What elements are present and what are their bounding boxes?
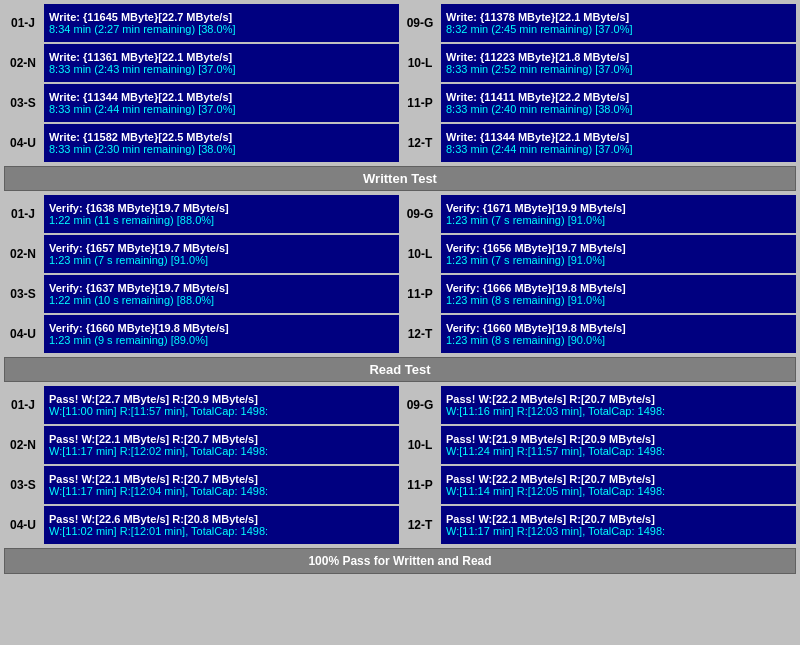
cell-line2: 8:32 min (2:45 min remaining) [37.0%] — [446, 23, 791, 35]
cell-line1: Verify: {1657 MByte}[19.7 MByte/s] — [49, 242, 394, 254]
cell-line2: 8:34 min (2:27 min remaining) [38.0%] — [49, 23, 394, 35]
cell-right: Write: {11411 MByte}[22.2 MByte/s]8:33 m… — [441, 84, 796, 122]
grid-row: 03-SVerify: {1637 MByte}[19.7 MByte/s]1:… — [4, 275, 796, 313]
cell-line1: Pass! W:[22.7 MByte/s] R:[20.9 MByte/s] — [49, 393, 394, 405]
cell-line1: Pass! W:[22.1 MByte/s] R:[20.7 MByte/s] — [446, 513, 791, 525]
cell-id-right: 12-T — [401, 124, 439, 162]
cell-line1: Verify: {1671 MByte}[19.9 MByte/s] — [446, 202, 791, 214]
main-container: 01-JWrite: {11645 MByte}[22.7 MByte/s]8:… — [0, 0, 800, 578]
left-pair: 01-JPass! W:[22.7 MByte/s] R:[20.9 MByte… — [4, 386, 399, 424]
grid-row: 01-JVerify: {1638 MByte}[19.7 MByte/s]1:… — [4, 195, 796, 233]
cell-id-left: 04-U — [4, 124, 42, 162]
right-pair: 11-PVerify: {1666 MByte}[19.8 MByte/s]1:… — [401, 275, 796, 313]
grid-row: 01-JPass! W:[22.7 MByte/s] R:[20.9 MByte… — [4, 386, 796, 424]
verify-rows: 01-JVerify: {1638 MByte}[19.7 MByte/s]1:… — [4, 195, 796, 353]
left-pair: 02-NWrite: {11361 MByte}[22.1 MByte/s]8:… — [4, 44, 399, 82]
cell-id-left: 03-S — [4, 275, 42, 313]
right-pair: 09-GVerify: {1671 MByte}[19.9 MByte/s]1:… — [401, 195, 796, 233]
right-pair: 10-LPass! W:[21.9 MByte/s] R:[20.9 MByte… — [401, 426, 796, 464]
left-pair: 04-UVerify: {1660 MByte}[19.8 MByte/s]1:… — [4, 315, 399, 353]
cell-line1: Verify: {1660 MByte}[19.8 MByte/s] — [49, 322, 394, 334]
cell-line2: 1:22 min (10 s remaining) [88.0%] — [49, 294, 394, 306]
cell-left: Pass! W:[22.7 MByte/s] R:[20.9 MByte/s]W… — [44, 386, 399, 424]
right-pair: 11-PWrite: {11411 MByte}[22.2 MByte/s]8:… — [401, 84, 796, 122]
left-pair: 04-UWrite: {11582 MByte}[22.5 MByte/s]8:… — [4, 124, 399, 162]
right-pair: 10-LWrite: {11223 MByte}[21.8 MByte/s]8:… — [401, 44, 796, 82]
write-test-section: 01-JWrite: {11645 MByte}[22.7 MByte/s]8:… — [4, 4, 796, 191]
grid-row: 02-NVerify: {1657 MByte}[19.7 MByte/s]1:… — [4, 235, 796, 273]
cell-left: Verify: {1660 MByte}[19.8 MByte/s]1:23 m… — [44, 315, 399, 353]
cell-left: Pass! W:[22.1 MByte/s] R:[20.7 MByte/s]W… — [44, 426, 399, 464]
cell-id-left: 02-N — [4, 235, 42, 273]
cell-left: Verify: {1637 MByte}[19.7 MByte/s]1:22 m… — [44, 275, 399, 313]
cell-right: Verify: {1666 MByte}[19.8 MByte/s]1:23 m… — [441, 275, 796, 313]
right-pair: 12-TWrite: {11344 MByte}[22.1 MByte/s]8:… — [401, 124, 796, 162]
cell-right: Write: {11344 MByte}[22.1 MByte/s]8:33 m… — [441, 124, 796, 162]
cell-left: Verify: {1638 MByte}[19.7 MByte/s]1:22 m… — [44, 195, 399, 233]
grid-row: 01-JWrite: {11645 MByte}[22.7 MByte/s]8:… — [4, 4, 796, 42]
cell-line2: W:[11:02 min] R:[12:01 min], TotalCap: 1… — [49, 525, 394, 537]
cell-line1: Write: {11645 MByte}[22.7 MByte/s] — [49, 11, 394, 23]
cell-line1: Pass! W:[22.1 MByte/s] R:[20.7 MByte/s] — [49, 473, 394, 485]
cell-id-left: 01-J — [4, 195, 42, 233]
left-pair: 03-SWrite: {11344 MByte}[22.1 MByte/s]8:… — [4, 84, 399, 122]
cell-id-right: 12-T — [401, 506, 439, 544]
cell-line2: W:[11:17 min] R:[12:03 min], TotalCap: 1… — [446, 525, 791, 537]
cell-line2: 1:23 min (8 s remaining) [90.0%] — [446, 334, 791, 346]
cell-left: Write: {11344 MByte}[22.1 MByte/s]8:33 m… — [44, 84, 399, 122]
right-pair: 12-TPass! W:[22.1 MByte/s] R:[20.7 MByte… — [401, 506, 796, 544]
cell-line1: Write: {11361 MByte}[22.1 MByte/s] — [49, 51, 394, 63]
cell-right: Pass! W:[22.2 MByte/s] R:[20.7 MByte/s]W… — [441, 466, 796, 504]
cell-line2: 8:33 min (2:52 min remaining) [37.0%] — [446, 63, 791, 75]
cell-left: Pass! W:[22.6 MByte/s] R:[20.8 MByte/s]W… — [44, 506, 399, 544]
cell-line1: Verify: {1656 MByte}[19.7 MByte/s] — [446, 242, 791, 254]
cell-line2: W:[11:17 min] R:[12:02 min], TotalCap: 1… — [49, 445, 394, 457]
cell-line2: 1:23 min (8 s remaining) [91.0%] — [446, 294, 791, 306]
cell-id-left: 03-S — [4, 466, 42, 504]
cell-left: Verify: {1657 MByte}[19.7 MByte/s]1:23 m… — [44, 235, 399, 273]
cell-line1: Write: {11223 MByte}[21.8 MByte/s] — [446, 51, 791, 63]
cell-line1: Verify: {1660 MByte}[19.8 MByte/s] — [446, 322, 791, 334]
cell-right: Pass! W:[22.1 MByte/s] R:[20.7 MByte/s]W… — [441, 506, 796, 544]
cell-id-left: 03-S — [4, 84, 42, 122]
cell-line1: Write: {11411 MByte}[22.2 MByte/s] — [446, 91, 791, 103]
cell-line2: W:[11:00 min] R:[11:57 min], TotalCap: 1… — [49, 405, 394, 417]
left-pair: 02-NPass! W:[22.1 MByte/s] R:[20.7 MByte… — [4, 426, 399, 464]
cell-line2: 1:23 min (9 s remaining) [89.0%] — [49, 334, 394, 346]
cell-id-right: 09-G — [401, 4, 439, 42]
cell-line2: 1:23 min (7 s remaining) [91.0%] — [446, 214, 791, 226]
cell-line1: Write: {11344 MByte}[22.1 MByte/s] — [49, 91, 394, 103]
grid-row: 02-NPass! W:[22.1 MByte/s] R:[20.7 MByte… — [4, 426, 796, 464]
cell-left: Pass! W:[22.1 MByte/s] R:[20.7 MByte/s]W… — [44, 466, 399, 504]
cell-line1: Pass! W:[22.1 MByte/s] R:[20.7 MByte/s] — [49, 433, 394, 445]
cell-line1: Pass! W:[22.6 MByte/s] R:[20.8 MByte/s] — [49, 513, 394, 525]
cell-id-right: 10-L — [401, 426, 439, 464]
grid-row: 04-UVerify: {1660 MByte}[19.8 MByte/s]1:… — [4, 315, 796, 353]
grid-row: 03-SWrite: {11344 MByte}[22.1 MByte/s]8:… — [4, 84, 796, 122]
verify-test-section: 01-JVerify: {1638 MByte}[19.7 MByte/s]1:… — [4, 195, 796, 382]
cell-line2: 8:33 min (2:40 min remaining) [38.0%] — [446, 103, 791, 115]
pass-test-section: 01-JPass! W:[22.7 MByte/s] R:[20.9 MByte… — [4, 386, 796, 544]
cell-id-right: 11-P — [401, 275, 439, 313]
cell-line2: W:[11:14 min] R:[12:05 min], TotalCap: 1… — [446, 485, 791, 497]
cell-line1: Pass! W:[22.2 MByte/s] R:[20.7 MByte/s] — [446, 393, 791, 405]
cell-line2: W:[11:17 min] R:[12:04 min], TotalCap: 1… — [49, 485, 394, 497]
cell-line1: Verify: {1637 MByte}[19.7 MByte/s] — [49, 282, 394, 294]
cell-right: Verify: {1656 MByte}[19.7 MByte/s]1:23 m… — [441, 235, 796, 273]
cell-right: Pass! W:[22.2 MByte/s] R:[20.7 MByte/s]W… — [441, 386, 796, 424]
cell-id-left: 02-N — [4, 44, 42, 82]
cell-line1: Write: {11582 MByte}[22.5 MByte/s] — [49, 131, 394, 143]
cell-id-right: 10-L — [401, 235, 439, 273]
cell-line2: 1:23 min (7 s remaining) [91.0%] — [446, 254, 791, 266]
cell-id-right: 11-P — [401, 84, 439, 122]
cell-right: Write: {11378 MByte}[22.1 MByte/s]8:32 m… — [441, 4, 796, 42]
cell-line1: Write: {11344 MByte}[22.1 MByte/s] — [446, 131, 791, 143]
cell-id-left: 01-J — [4, 386, 42, 424]
write-rows: 01-JWrite: {11645 MByte}[22.7 MByte/s]8:… — [4, 4, 796, 162]
grid-row: 04-UWrite: {11582 MByte}[22.5 MByte/s]8:… — [4, 124, 796, 162]
right-pair: 12-TVerify: {1660 MByte}[19.8 MByte/s]1:… — [401, 315, 796, 353]
cell-line2: 1:22 min (11 s remaining) [88.0%] — [49, 214, 394, 226]
right-pair: 09-GWrite: {11378 MByte}[22.1 MByte/s]8:… — [401, 4, 796, 42]
read-test-header: Read Test — [4, 357, 796, 382]
cell-id-right: 09-G — [401, 386, 439, 424]
